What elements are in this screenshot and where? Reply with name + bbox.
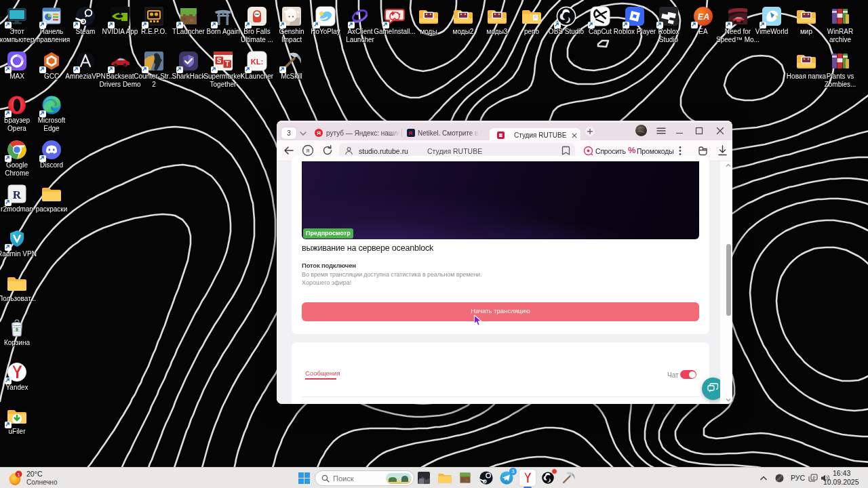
svg-text:1: 1 [17, 472, 20, 478]
svg-text:Р: Р [812, 476, 815, 480]
svg-text:EA: EA [698, 12, 709, 22]
svg-text:Я: Я [317, 130, 321, 136]
svg-text:S: S [217, 57, 222, 64]
svg-text:R: R [409, 130, 413, 136]
svg-text:я: я [307, 147, 310, 154]
svg-text:T: T [225, 60, 229, 68]
svg-text:KL:: KL: [251, 58, 263, 66]
svg-text:R: R [13, 188, 22, 201]
